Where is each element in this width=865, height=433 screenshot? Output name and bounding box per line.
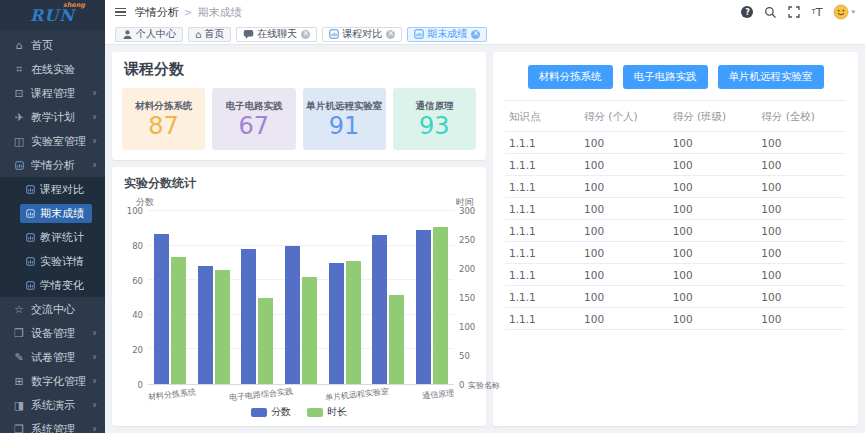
duration-bar — [346, 261, 361, 384]
sidebar-item-label: 在线实验 — [31, 62, 97, 77]
score-bar — [416, 230, 431, 384]
chart-title: 实验分数统计 — [124, 175, 476, 192]
brand-logo: sheng RUN — [0, 0, 105, 30]
doc-chart-icon — [414, 29, 424, 39]
chevron-down-icon: ∨ — [92, 353, 97, 361]
sidebar-item[interactable]: 教评统计 — [0, 225, 105, 249]
bar-group — [192, 211, 236, 384]
right-axis-tick-label: 250 — [459, 235, 475, 245]
table-cell: 100 — [757, 176, 846, 198]
font-size-icon[interactable]: TT — [811, 6, 822, 19]
table-row: 1.1.1100100100 — [505, 286, 846, 308]
sidebar-item-label: 系统管理 — [31, 422, 90, 433]
sidebar-item[interactable]: ☆交流中心 — [0, 297, 105, 321]
table-cell: 100 — [669, 264, 758, 286]
user-avatar[interactable]: ▾ — [833, 4, 855, 20]
tab-item[interactable]: ⌂首页 — [188, 27, 231, 42]
legend-item[interactable]: 时长 — [307, 405, 347, 419]
x-axis-tick-label — [195, 385, 229, 403]
x-axis-tick-labels: 材料分拣系统电子电路综合实践单片机远程实验室通信原理 — [148, 387, 454, 402]
sidebar-item[interactable]: ⌗在线实验 — [0, 57, 105, 81]
table-row: 1.1.1100100100 — [505, 132, 846, 154]
sidebar-item[interactable]: ⌂首页 — [0, 33, 105, 57]
breadcrumb: 学情分析 > 期末成绩 — [135, 5, 241, 20]
course-filter-button[interactable]: 单片机远程实验室 — [718, 65, 824, 89]
sidebar-item[interactable]: ◨系统演示∨ — [0, 393, 105, 417]
table-cell: 1.1.1 — [505, 242, 580, 264]
lab-management-icon: ◫ — [12, 135, 26, 148]
tab-item[interactable]: 在线聊天× — [236, 27, 317, 42]
sidebar-item[interactable]: ◫实验室管理∨ — [0, 129, 105, 153]
score-bar — [329, 263, 344, 384]
course-score-card: 材料分拣系统87 — [122, 88, 205, 150]
sidebar-item[interactable]: ❒设备管理∨ — [0, 321, 105, 345]
x-axis-tick-label — [388, 385, 422, 403]
score-bar — [154, 234, 169, 385]
tab-active[interactable]: 期末成绩× — [407, 27, 487, 42]
sidebar-item[interactable]: ✎试卷管理∨ — [0, 345, 105, 369]
table-cell: 100 — [757, 132, 846, 154]
sidebar-item[interactable]: ❐系统管理∨ — [0, 417, 105, 433]
tab-item[interactable]: 课程对比× — [322, 27, 402, 42]
table-cell: 100 — [580, 220, 669, 242]
sidebar-item[interactable]: 学情变化 — [0, 273, 105, 297]
course-filter-button[interactable]: 材料分拣系统 — [528, 65, 613, 89]
sidebar: sheng RUN ⌂首页⌗在线实验⊡课程管理∨✈教学计划∨◫实验室管理∨学情分… — [0, 0, 105, 433]
chevron-up-icon: ∧ — [92, 161, 97, 169]
digital-management-icon: ⊞ — [12, 375, 26, 388]
chat-icon — [243, 29, 254, 40]
doc-chart-icon — [329, 29, 339, 39]
legend-item[interactable]: 分数 — [251, 405, 291, 419]
sidebar-item[interactable]: ⊞数字化管理∨ — [0, 369, 105, 393]
sidebar-item[interactable]: 实验详情 — [0, 249, 105, 273]
left-axis-tick-label: 80 — [132, 241, 143, 251]
home-icon: ⌂ — [195, 29, 201, 40]
tab-close-icon[interactable]: × — [471, 30, 480, 39]
sidebar-subitem-content: 教评统计 — [20, 228, 92, 247]
legend-label: 分数 — [271, 405, 291, 419]
bar-group — [235, 211, 279, 384]
course-filter-button[interactable]: 电子电路实践 — [623, 65, 708, 89]
tab-item[interactable]: 个人中心 — [115, 27, 183, 42]
left-axis-tick-label: 100 — [127, 206, 143, 216]
chart-bars — [148, 211, 454, 384]
right-axis-tick-label: 150 — [459, 293, 475, 303]
doc-chart-icon — [24, 209, 36, 218]
sidebar-item[interactable]: 课程对比 — [0, 177, 105, 201]
doc-chart-icon — [12, 161, 26, 170]
table-cell: 100 — [669, 220, 758, 242]
table-row: 1.1.1100100100 — [505, 220, 846, 242]
course-score-card-value: 67 — [239, 114, 270, 138]
duration-bar — [302, 277, 317, 384]
tab-close-icon[interactable]: × — [301, 30, 310, 39]
table-cell: 100 — [580, 242, 669, 264]
chevron-down-icon: ∨ — [92, 89, 97, 97]
duration-bar — [171, 257, 186, 384]
tab-close-icon[interactable]: × — [386, 30, 395, 39]
sidebar-item-active[interactable]: 期末成绩 — [0, 201, 105, 225]
score-bar — [241, 249, 256, 384]
sidebar-toggle-icon[interactable] — [115, 8, 126, 17]
breadcrumb-section[interactable]: 学情分析 — [135, 5, 179, 20]
table-cell: 100 — [580, 198, 669, 220]
tab-label: 在线聊天 — [257, 27, 297, 41]
help-icon[interactable]: ? — [741, 6, 753, 18]
table-cell: 1.1.1 — [505, 154, 580, 176]
table-cell: 100 — [757, 242, 846, 264]
course-scores-title: 课程分数 — [124, 60, 476, 79]
table-cell: 100 — [757, 198, 846, 220]
sidebar-item[interactable]: ✈教学计划∨ — [0, 105, 105, 129]
content-area: 课程分数 材料分拣系统87电子电路实践67单片机远程实验室91通信原理93 实验… — [105, 45, 865, 433]
sidebar-item[interactable]: 学情分析∧ — [0, 153, 105, 177]
x-axis-tick-label — [292, 385, 326, 403]
sidebar-item[interactable]: ⊡课程管理∨ — [0, 81, 105, 105]
fullscreen-icon[interactable] — [788, 6, 800, 18]
tab-label: 课程对比 — [342, 27, 382, 41]
duration-bar — [389, 295, 404, 384]
sidebar-item-label: 实验室管理 — [31, 134, 90, 149]
sidebar-subitem-content: 实验详情 — [20, 252, 92, 271]
bar-group — [410, 211, 454, 384]
chevron-down-icon: ∨ — [92, 401, 97, 409]
search-icon[interactable] — [764, 6, 777, 19]
sidebar-item-label: 交流中心 — [31, 302, 97, 317]
